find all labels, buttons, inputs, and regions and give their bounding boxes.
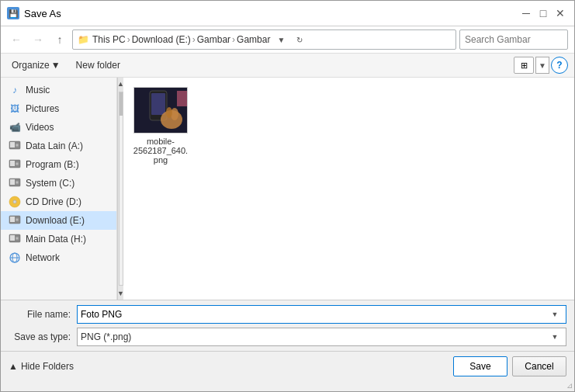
svg-point-14 [16, 218, 19, 221]
search-input[interactable] [465, 34, 575, 45]
filename-input[interactable] [81, 309, 547, 320]
svg-point-11 [14, 201, 16, 203]
hide-folders-label: Hide Folders [21, 361, 74, 372]
sidebar: ♪ Music 🖼 Pictures 📹 Videos Data Lain (A… [1, 78, 117, 300]
cancel-button[interactable]: Cancel [512, 356, 566, 376]
filename-row: File name: ▼ [9, 305, 566, 324]
breadcrumb-dropdown-button[interactable]: ▼ [273, 29, 289, 50]
drive-e-icon [9, 214, 21, 227]
scroll-thumb[interactable] [120, 92, 123, 116]
organize-button[interactable]: Organize ▼ [7, 58, 65, 72]
network-icon [9, 252, 21, 264]
sidebar-item-network[interactable]: Network [1, 248, 116, 267]
breadcrumb-part-4: Gambar [237, 34, 270, 45]
music-icon: ♪ [9, 84, 21, 96]
maximize-button[interactable]: □ [535, 5, 551, 21]
breadcrumb-folder-icon: 📁 [78, 34, 89, 45]
filename-dropdown-button[interactable]: ▼ [547, 310, 563, 318]
svg-point-26 [166, 107, 172, 118]
svg-rect-27 [177, 91, 187, 106]
new-folder-button[interactable]: New folder [71, 58, 125, 72]
sidebar-item-data-lain[interactable]: Data Lain (A:) [1, 137, 116, 155]
sidebar-label-download: Download (E:) [26, 215, 85, 226]
main-content: ♪ Music 🖼 Pictures 📹 Videos Data Lain (A… [1, 78, 574, 300]
save-button[interactable]: Save [453, 356, 507, 376]
sidebar-label-main-data: Main Data (H:) [26, 234, 86, 245]
organize-label: Organize [12, 60, 50, 71]
drive-b-icon [9, 158, 21, 171]
view-dropdown-button[interactable]: ▼ [535, 57, 549, 74]
sidebar-label-cd-drive: CD Drive (D:) [26, 196, 81, 207]
list-item[interactable]: mobile-2562187_640.png [130, 84, 192, 168]
sidebar-item-music[interactable]: ♪ Music [1, 81, 116, 99]
back-button[interactable]: ← [7, 30, 26, 49]
breadcrumb-path: This PC › Download (E:) › Gambar › Gamba… [92, 34, 270, 45]
file-name: mobile-2562187_640.png [133, 137, 189, 165]
phone-svg [134, 87, 187, 134]
up-button[interactable]: ↑ [50, 30, 69, 49]
sidebar-label-system: System (C:) [26, 178, 74, 189]
svg-point-2 [16, 144, 19, 147]
sidebar-label-program: Program (B:) [26, 159, 79, 170]
hide-folders-button[interactable]: ▲ Hide Folders [9, 361, 74, 372]
sidebar-item-program[interactable]: Program (B:) [1, 155, 116, 174]
drive-a-icon [9, 140, 21, 152]
svg-point-8 [16, 181, 19, 184]
minimize-button[interactable]: ─ [518, 5, 534, 21]
cd-icon [9, 196, 21, 208]
sidebar-item-pictures[interactable]: 🖼 Pictures [1, 99, 116, 118]
breadcrumb-bar[interactable]: 📁 This PC › Download (E:) › Gambar › Gam… [72, 29, 456, 50]
help-button[interactable]: ? [551, 57, 568, 74]
sidebar-item-cd-drive[interactable]: CD Drive (D:) [1, 193, 116, 211]
svg-rect-23 [151, 93, 165, 115]
filetype-select-wrapper[interactable]: PNG (*.png) ▼ [77, 328, 566, 346]
sidebar-label-network: Network [26, 252, 60, 263]
hide-folders-chevron: ▲ [9, 361, 18, 372]
close-button[interactable]: ✕ [552, 5, 568, 21]
view-controls: ⊞ ▼ ? [514, 57, 568, 74]
sidebar-item-videos[interactable]: 📹 Videos [1, 118, 116, 137]
sidebar-item-main-data[interactable]: Main Data (H:) [1, 230, 116, 248]
file-area: mobile-2562187_640.png [123, 78, 574, 300]
file-thumbnail [133, 87, 188, 134]
drive-h-icon [9, 233, 21, 245]
resize-handle[interactable]: ⊿ [1, 381, 574, 391]
filetype-dropdown-button[interactable]: ▼ [547, 333, 563, 341]
filename-input-wrapper[interactable]: ▼ [77, 305, 566, 324]
forward-button[interactable]: → [29, 30, 47, 49]
bottom-bar: File name: ▼ Save as type: PNG (*.png) ▼ [1, 300, 574, 351]
sidebar-label-data-lain: Data Lain (A:) [26, 140, 83, 151]
sidebar-wrapper: ♪ Music 🖼 Pictures 📹 Videos Data Lain (A… [1, 78, 123, 300]
filetype-label: Save as type: [9, 331, 71, 342]
search-box: 🔍 [459, 29, 568, 50]
sidebar-item-system[interactable]: System (C:) [1, 174, 116, 193]
action-bar: Organize ▼ New folder ⊞ ▼ ? [1, 54, 574, 78]
filetype-row: Save as type: PNG (*.png) ▼ [9, 328, 566, 346]
title-controls: ─ □ ✕ [518, 5, 568, 21]
dialog-title: Save As [24, 8, 61, 19]
footer-bar: ▲ Hide Folders Save Cancel [1, 351, 574, 381]
organize-dropdown-icon: ▼ [51, 60, 61, 71]
sidebar-scrollbar: ▲ ▼ [117, 78, 123, 300]
sidebar-label-videos: Videos [26, 122, 54, 133]
breadcrumb-sep-2: › [192, 34, 196, 45]
breadcrumb-sep-3: › [232, 34, 235, 45]
scroll-track [119, 92, 123, 286]
svg-rect-4 [10, 161, 15, 166]
svg-rect-1 [10, 142, 15, 147]
svg-rect-16 [10, 235, 15, 241]
new-folder-label: New folder [76, 60, 120, 71]
pictures-icon: 🖼 [9, 102, 21, 115]
drive-c-icon [9, 177, 21, 189]
sidebar-item-download[interactable]: Download (E:) [1, 211, 116, 230]
footer-buttons: Save Cancel [453, 356, 566, 376]
svg-rect-7 [10, 179, 15, 185]
view-toggle-button[interactable]: ⊞ [514, 57, 534, 74]
phone-preview [134, 87, 187, 134]
svg-rect-13 [10, 217, 15, 222]
dialog-icon: 💾 [7, 7, 19, 19]
breadcrumb-part-3: Gambar [197, 34, 230, 45]
filetype-value: PNG (*.png) [81, 331, 547, 342]
breadcrumb-refresh-button[interactable]: ↻ [292, 29, 307, 50]
title-bar-left: 💾 Save As [7, 7, 61, 19]
